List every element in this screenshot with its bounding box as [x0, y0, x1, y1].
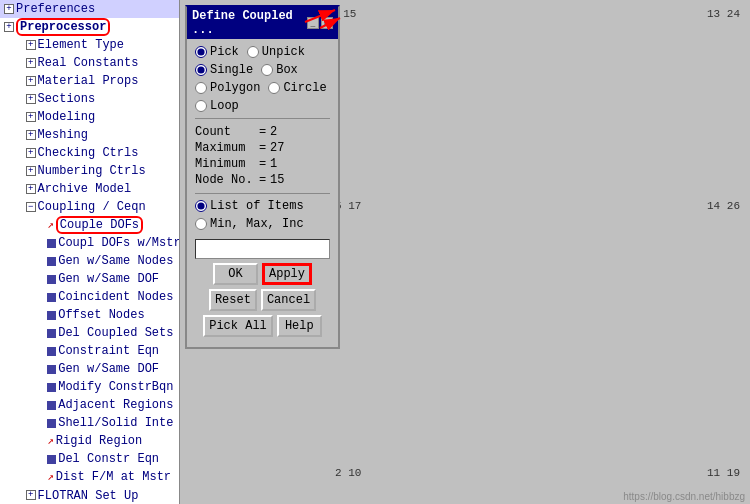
unpick-radio-label[interactable]: Unpick [247, 45, 305, 59]
pick-radio-label[interactable]: Pick [195, 45, 239, 59]
min-max-group: Min, Max, Inc [195, 217, 330, 231]
cancel-button[interactable]: Cancel [261, 289, 316, 311]
count-value: 2 [270, 124, 277, 140]
sidebar-item-modeling[interactable]: +Modeling [0, 108, 179, 126]
sidebar-item-real-constants[interactable]: +Real Constants [0, 54, 179, 72]
polygon-circle-group: Polygon Circle [195, 81, 330, 95]
polygon-radio-label[interactable]: Polygon [195, 81, 260, 95]
sidebar-item-del-constr-eqn[interactable]: Del Constr Eqn [0, 450, 179, 468]
separator2 [195, 193, 330, 194]
ok-button[interactable]: OK [213, 263, 258, 285]
unpick-radio[interactable] [247, 46, 259, 58]
apply-button[interactable]: Apply [262, 263, 312, 285]
pick-unpick-group: Pick Unpick [195, 45, 330, 59]
single-radio-label[interactable]: Single [195, 63, 253, 77]
define-coupled-dialog: Define Coupled ... _ □ Pick Unpick [185, 5, 340, 349]
watermark: https://blog.csdn.net/hibbzg [623, 491, 745, 502]
sidebar-item-coupl-dofs-mstr[interactable]: Coupl DOFs w/Mstr [0, 234, 179, 252]
loop-label: Loop [210, 99, 239, 113]
dialog-minimize-btn[interactable]: _ [307, 17, 319, 29]
coord-mid-right: 14 26 [707, 200, 740, 212]
min-max-radio-label[interactable]: Min, Max, Inc [195, 217, 304, 231]
help-button[interactable]: Help [277, 315, 322, 337]
sidebar-item-couple-dofs[interactable]: ↗Couple DOFs [0, 216, 179, 234]
circle-radio-label[interactable]: Circle [268, 81, 326, 95]
box-radio[interactable] [261, 64, 273, 76]
single-label: Single [210, 63, 253, 77]
sidebar-item-gen-wsame-dof2[interactable]: Gen w/Same DOF [0, 360, 179, 378]
node-no-value: 15 [270, 172, 284, 188]
ok-apply-buttons: OK Apply [195, 263, 330, 285]
loop-group: Loop [195, 99, 330, 113]
sidebar-item-checking-ctrls[interactable]: +Checking Ctrls [0, 144, 179, 162]
min-max-label: Min, Max, Inc [210, 217, 304, 231]
single-radio[interactable] [195, 64, 207, 76]
sidebar-item-dist-fm-mstr[interactable]: ↗Dist F/M at Mstr [0, 468, 179, 486]
maximum-value: 27 [270, 140, 284, 156]
sidebar-tree: +Preferences+Preprocessor +Element Type … [0, 0, 180, 504]
pick-radio[interactable] [195, 46, 207, 58]
sidebar-item-meshing[interactable]: +Meshing [0, 126, 179, 144]
coord-bottom-right: 11 19 [707, 467, 740, 479]
list-items-radio-label[interactable]: List of Items [195, 199, 304, 213]
sidebar-item-sections[interactable]: +Sections [0, 90, 179, 108]
sidebar-item-flotran-set-up[interactable]: +FLOTRAN Set Up [0, 487, 179, 504]
maximum-row: Maximum = 27 [195, 140, 330, 156]
minimum-value: 1 [270, 156, 277, 172]
sidebar-item-preprocessor[interactable]: +Preprocessor [0, 18, 179, 36]
maximum-label: Maximum [195, 140, 255, 156]
sidebar-item-del-coupled-sets[interactable]: Del Coupled Sets [0, 324, 179, 342]
dialog-text-input[interactable] [195, 239, 330, 259]
sidebar-item-material-props[interactable]: +Material Props [0, 72, 179, 90]
pick-all-button[interactable]: Pick All [203, 315, 273, 337]
box-label: Box [276, 63, 298, 77]
separator1 [195, 118, 330, 119]
circle-label: Circle [283, 81, 326, 95]
dialog-maximize-btn[interactable]: □ [321, 17, 333, 29]
list-items-label: List of Items [210, 199, 304, 213]
loop-radio[interactable] [195, 100, 207, 112]
sidebar-item-modify-constrbqn[interactable]: Modify ConstrBqn [0, 378, 179, 396]
polygon-label: Polygon [210, 81, 260, 95]
sidebar-item-shell-solid-inte[interactable]: Shell/Solid Inte [0, 414, 179, 432]
min-max-radio[interactable] [195, 218, 207, 230]
list-items-radio[interactable] [195, 200, 207, 212]
node-no-row: Node No. = 15 [195, 172, 330, 188]
coord-top-right: 13 24 [707, 8, 740, 20]
node-no-label: Node No. [195, 172, 255, 188]
reset-button[interactable]: Reset [209, 289, 257, 311]
sidebar-item-offset-nodes[interactable]: Offset Nodes [0, 306, 179, 324]
sidebar-item-archive-model[interactable]: +Archive Model [0, 180, 179, 198]
list-items-group: List of Items [195, 199, 330, 213]
polygon-radio[interactable] [195, 82, 207, 94]
dialog-title: Define Coupled ... [192, 9, 307, 37]
coord-bottom-left: 2 10 [335, 467, 361, 479]
count-row: Count = 2 [195, 124, 330, 140]
dialog-titlebar-buttons: _ □ [307, 17, 333, 29]
sidebar-item-rigid-region[interactable]: ↗Rigid Region [0, 432, 179, 450]
unpick-label: Unpick [262, 45, 305, 59]
loop-radio-label[interactable]: Loop [195, 99, 239, 113]
sidebar-item-adjacent-regions[interactable]: Adjacent Regions [0, 396, 179, 414]
right-area: 4 15 13 24 5 17 14 26 2 10 11 19 Define … [180, 0, 750, 504]
sidebar-item-gen-wsame-dof[interactable]: Gen w/Same DOF [0, 270, 179, 288]
count-label: Count [195, 124, 255, 140]
reset-cancel-buttons: Reset Cancel [195, 289, 330, 311]
single-box-group: Single Box [195, 63, 330, 77]
minimum-row: Minimum = 1 [195, 156, 330, 172]
pick-label: Pick [210, 45, 239, 59]
sidebar-item-numbering-ctrls[interactable]: +Numbering Ctrls [0, 162, 179, 180]
minimum-label: Minimum [195, 156, 255, 172]
sidebar-item-constraint-eqn[interactable]: Constraint Eqn [0, 342, 179, 360]
circle-radio[interactable] [268, 82, 280, 94]
pick-all-help-buttons: Pick All Help [195, 315, 330, 337]
box-radio-label[interactable]: Box [261, 63, 298, 77]
sidebar-item-element-type[interactable]: +Element Type [0, 36, 179, 54]
sidebar-item-gen-wsame-nodes[interactable]: Gen w/Same Nodes [0, 252, 179, 270]
sidebar-item-coupling-ceqn[interactable]: −Coupling / Ceqn [0, 198, 179, 216]
sidebar-item-coincident-nodes[interactable]: Coincident Nodes [0, 288, 179, 306]
dialog-titlebar: Define Coupled ... _ □ [187, 7, 338, 39]
sidebar-item-preferences[interactable]: +Preferences [0, 0, 179, 18]
